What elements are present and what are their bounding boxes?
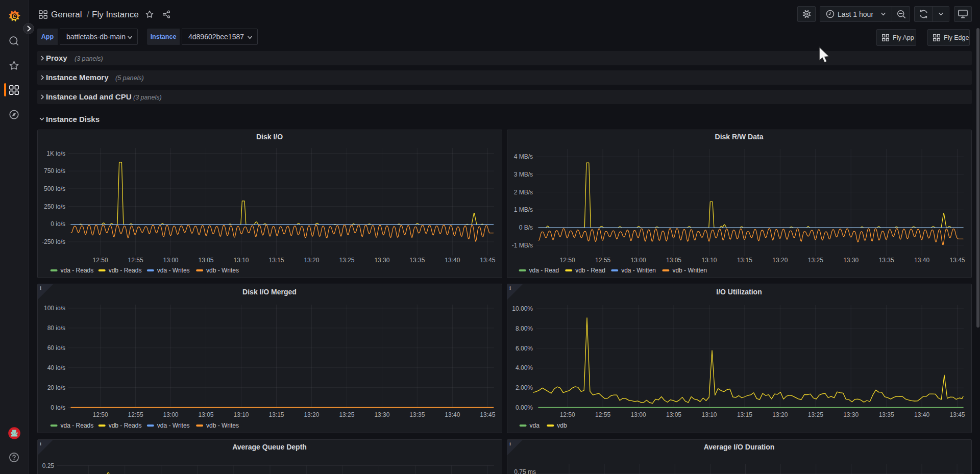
svg-text:80 io/s: 80 io/s [47,325,65,332]
svg-text:13:40: 13:40 [445,411,460,418]
svg-text:13:25: 13:25 [808,411,823,418]
svg-text:1K io/s: 1K io/s [46,150,65,157]
svg-text:vda - Writes: vda - Writes [157,422,190,429]
svg-text:Average I/O Duration: Average I/O Duration [704,443,775,451]
svg-text:13:10: 13:10 [701,257,717,264]
svg-text:13:35: 13:35 [879,411,894,418]
svg-text:13:15: 13:15 [737,411,752,418]
svg-text:12:50: 12:50 [93,411,108,418]
svg-text:vda: vda [530,422,540,429]
svg-text:13:00: 13:00 [631,257,646,264]
svg-text:3 MB/s: 3 MB/s [514,171,533,178]
svg-text:100 io/s: 100 io/s [44,305,65,312]
svg-text:8.00%: 8.00% [516,325,533,332]
svg-text:13:25: 13:25 [339,257,354,264]
svg-text:13:30: 13:30 [843,411,859,418]
svg-text:13:40: 13:40 [914,411,929,418]
svg-text:Average Queue Depth: Average Queue Depth [232,443,307,451]
svg-text:0.25: 0.25 [42,462,55,469]
svg-text:12:55: 12:55 [595,411,610,418]
svg-text:13:15: 13:15 [268,411,284,418]
svg-text:13:40: 13:40 [445,257,460,264]
svg-text:vdb - Written: vdb - Written [672,267,707,274]
svg-text:1 MB/s: 1 MB/s [514,206,533,213]
svg-text:13:20: 13:20 [772,411,788,418]
svg-text:vdb - Reads: vdb - Reads [109,267,142,274]
svg-text:13:15: 13:15 [268,257,284,264]
svg-text:12:50: 12:50 [560,257,575,264]
svg-text:-250 io/s: -250 io/s [42,238,65,245]
svg-text:-1 MB/s: -1 MB/s [512,242,533,249]
svg-text:vda - Reads: vda - Reads [61,267,94,274]
svg-text:13:05: 13:05 [666,257,681,264]
svg-text:4.00%: 4.00% [516,364,533,371]
svg-text:13:25: 13:25 [339,411,354,418]
svg-text:vdb: vdb [557,422,567,429]
svg-text:2.00%: 2.00% [516,384,533,391]
svg-text:2 MB/s: 2 MB/s [514,189,533,196]
svg-text:13:40: 13:40 [914,257,929,264]
svg-text:vda - Reads: vda - Reads [61,422,94,429]
svg-text:13:35: 13:35 [879,257,894,264]
svg-text:vdb - Writes: vdb - Writes [206,267,239,274]
svg-text:500 io/s: 500 io/s [44,185,65,192]
svg-text:10.00%: 10.00% [512,305,533,312]
svg-text:13:35: 13:35 [409,411,425,418]
svg-text:13:00: 13:00 [631,411,646,418]
svg-text:13:20: 13:20 [772,257,788,264]
svg-text:40 io/s: 40 io/s [47,364,65,371]
svg-text:12:55: 12:55 [128,257,143,264]
svg-text:250 io/s: 250 io/s [44,203,65,210]
svg-text:13:05: 13:05 [666,411,681,418]
svg-text:13:30: 13:30 [374,257,389,264]
svg-text:12:50: 12:50 [93,257,108,264]
svg-text:vdb - Read: vdb - Read [575,267,605,274]
svg-text:13:00: 13:00 [163,257,178,264]
svg-text:13:20: 13:20 [304,411,319,418]
svg-text:Disk I/O Merged: Disk I/O Merged [242,288,297,296]
svg-text:20 io/s: 20 io/s [47,384,65,391]
svg-text:13:30: 13:30 [843,257,859,264]
svg-text:vdb - Reads: vdb - Reads [109,422,142,429]
svg-text:60 io/s: 60 io/s [47,344,65,352]
svg-text:4 MB/s: 4 MB/s [514,153,533,160]
svg-text:12:55: 12:55 [595,257,610,264]
svg-text:13:25: 13:25 [808,257,823,264]
svg-text:13:05: 13:05 [198,257,213,264]
svg-text:13:05: 13:05 [198,411,213,418]
svg-text:13:45: 13:45 [949,411,965,418]
svg-text:13:30: 13:30 [374,411,389,418]
svg-text:13:45: 13:45 [480,411,495,418]
svg-text:vda - Written: vda - Written [621,267,656,274]
svg-text:13:45: 13:45 [480,257,495,264]
svg-text:0.75 ms: 0.75 ms [514,468,536,474]
svg-text:13:15: 13:15 [737,257,752,264]
svg-text:0.00%: 0.00% [516,404,533,411]
svg-text:vda - Read: vda - Read [529,267,559,274]
svg-text:Disk R/W Data: Disk R/W Data [715,133,764,141]
svg-text:0 B/s: 0 B/s [519,224,533,231]
svg-text:13:35: 13:35 [409,257,425,264]
svg-text:0 io/s: 0 io/s [51,220,65,228]
svg-text:I/O Utilization: I/O Utilization [716,288,762,296]
svg-text:13:45: 13:45 [949,257,965,264]
svg-text:vdb - Writes: vdb - Writes [206,422,239,429]
svg-text:12:55: 12:55 [128,411,143,418]
svg-text:13:00: 13:00 [163,411,178,418]
svg-text:0 io/s: 0 io/s [51,404,65,411]
svg-text:vda - Writes: vda - Writes [157,267,190,274]
svg-text:750 io/s: 750 io/s [44,167,65,174]
svg-text:13:10: 13:10 [701,411,717,418]
svg-text:13:20: 13:20 [304,257,319,264]
svg-text:6.00%: 6.00% [516,345,533,352]
svg-text:13:10: 13:10 [233,411,249,418]
svg-text:Disk I/O: Disk I/O [256,133,283,141]
svg-text:12:50: 12:50 [560,411,575,418]
svg-text:13:10: 13:10 [233,257,249,264]
